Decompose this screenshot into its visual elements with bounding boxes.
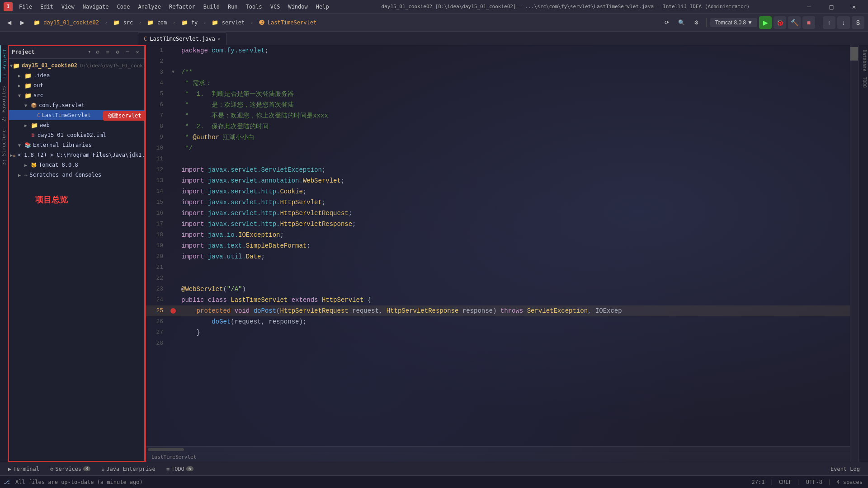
window-controls[interactable]: ─ □ ✕ [798, 0, 864, 14]
back-button[interactable]: ◀ [4, 18, 15, 27]
file-breadcrumb[interactable]: 🅒 LastTimeServlet [255, 18, 321, 27]
left-tool-tabs: 1: Project 2: Favorites 3: Structure [0, 45, 8, 462]
tab-icon: C [144, 36, 147, 42]
web-folder-icon: 📁 [31, 122, 38, 129]
tree-lasttimeservlet[interactable]: ▶ C LastTimeServlet 创建servlet [8, 110, 145, 120]
toolbar-update-btn[interactable]: ⟳ [661, 18, 673, 27]
event-log-btn[interactable]: Event Log [826, 465, 864, 474]
tree-scratches[interactable]: ▶ ✏ Scratches and Consoles [8, 170, 145, 180]
scratches-arrow: ▶ [18, 173, 24, 178]
scrollbar-thumb[interactable] [148, 448, 184, 451]
tree-web[interactable]: ▶ 📁 web [8, 120, 145, 130]
terminal-btn[interactable]: $ [852, 16, 864, 29]
src-breadcrumb[interactable]: 📁 src [109, 18, 137, 27]
app-icon: I [4, 2, 13, 11]
run-config-dropdown[interactable]: Tomcat 8.0.8 ▼ [710, 18, 757, 27]
todo-badge: 6 [186, 466, 193, 471]
stop-button[interactable]: ■ [802, 16, 815, 29]
code-editor[interactable]: 1 package com.fy.servlet; 2 3 ▼ /** [146, 45, 850, 446]
vcs-update-btn[interactable]: ↑ [823, 16, 835, 29]
sort-icon[interactable]: ≡ [104, 48, 112, 56]
annotation-text: 创建servlet [108, 113, 142, 119]
extlib-icon: 📚 [24, 142, 31, 148]
cog-icon[interactable]: ⚙ [94, 48, 102, 56]
menu-code[interactable]: Code [113, 3, 134, 11]
code-line-7: 7 * 不是：欢迎您，你上次登陆的时间是xxxx [146, 110, 850, 121]
todo-tool-btn[interactable]: ≡ TODO 6 [162, 465, 198, 474]
menu-file[interactable]: File [15, 3, 36, 11]
maximize-button[interactable]: □ [821, 0, 842, 14]
servlet-breadcrumb[interactable]: 📁 servlet [208, 18, 248, 27]
tree-iml[interactable]: ▶ 🗎 day15_01_cookie02.iml [8, 130, 145, 140]
code-line-24: 24 public class LastTimeServlet extends … [146, 295, 850, 305]
menu-window[interactable]: Window [284, 3, 311, 11]
run-button[interactable]: ▶ [759, 16, 772, 29]
tree-jdk[interactable]: ▶ ☕ < 1.8 (2) > C:\Program Files\Java\jd… [8, 150, 145, 160]
project-name-breadcrumb[interactable]: 📁 day15_01_cookie02 [30, 18, 103, 27]
fy-breadcrumb[interactable]: 📁 fy [178, 18, 202, 27]
tree-out[interactable]: ▶ 📁 out [8, 80, 145, 90]
java-enterprise-btn[interactable]: ☕ Java Enterprise [97, 465, 160, 474]
iml-icon: 🗎 [31, 132, 36, 138]
menu-tools[interactable]: Tools [242, 3, 266, 11]
left-tab-project[interactable]: 1: Project [0, 45, 8, 82]
java-enterprise-label: Java Enterprise [106, 466, 155, 472]
code-line-13: 13 import javax.servlet.annotation.WebSe… [146, 175, 850, 186]
tree-src[interactable]: ▼ 📁 src [8, 90, 145, 100]
tree-root[interactable]: ▼ 📁 day15_01_cookie02 D:\idea\day15_01_c… [8, 61, 145, 70]
close-panel-icon[interactable]: ✕ [133, 48, 142, 56]
left-tab-favorites[interactable]: 2: Favorites [0, 82, 8, 125]
editor-area[interactable]: 1 package com.fy.servlet; 2 3 ▼ /** [146, 45, 850, 462]
status-message[interactable]: All files are up-to-date (a minute ago) [14, 479, 145, 485]
forward-button[interactable]: ▶ [17, 18, 28, 27]
todo-label: TODO [171, 466, 184, 472]
encoding[interactable]: UTF-8 [804, 479, 824, 485]
menu-bar[interactable]: File Edit View Navigate Code Analyze Ref… [15, 3, 333, 11]
menu-refactor[interactable]: Refactor [165, 3, 199, 11]
code-line-2: 2 [146, 56, 850, 67]
idea-folder-icon: 📁 [24, 72, 32, 79]
menu-vcs[interactable]: VCS [267, 3, 284, 11]
collapse-icon[interactable]: ─ [123, 48, 132, 56]
menu-build[interactable]: Build [200, 3, 223, 11]
terminal-tool-btn[interactable]: ▶ Terminal [4, 465, 44, 474]
tab-close-btn[interactable]: ✕ [218, 36, 221, 41]
toolbar-search-btn[interactable]: 🔍 [675, 18, 689, 27]
cursor-position[interactable]: 27:1 [750, 479, 767, 485]
todo-icon: ≡ [166, 466, 170, 472]
editor-scrollbar[interactable] [850, 45, 858, 462]
menu-analyze[interactable]: Analyze [134, 3, 165, 11]
horizontal-scrollbar[interactable] [146, 446, 850, 452]
code-line-10: 10 */ [146, 143, 850, 154]
tree-package[interactable]: ▼ 📦 com.fy.servlet [8, 100, 145, 110]
menu-edit[interactable]: Edit [37, 3, 57, 11]
right-tab-database[interactable]: Database [859, 47, 868, 74]
minimize-button[interactable]: ─ [798, 0, 819, 14]
close-button[interactable]: ✕ [844, 0, 864, 14]
menu-view[interactable]: View [58, 3, 78, 11]
gear-icon[interactable]: ⚙ [113, 48, 122, 56]
tree-tomcat[interactable]: ▶ 🐱 Tomcat 8.0.8 [8, 160, 145, 170]
services-tool-btn[interactable]: ⚙ Services 8 [46, 465, 95, 474]
vcs-push-btn[interactable]: ↓ [837, 16, 850, 29]
jdk-icon: ☕ [13, 152, 16, 158]
build-button[interactable]: 🔨 [788, 16, 801, 29]
line-ending[interactable]: CRLF [777, 479, 794, 485]
left-tab-structure[interactable]: 3: Structure [0, 126, 8, 169]
web-arrow: ▶ [24, 123, 31, 128]
code-line-22: 22 [146, 273, 850, 284]
event-log-label: Event Log [830, 466, 860, 472]
editor-bottom-filename: LastTimeServlet [151, 454, 196, 460]
tab-lasttimeservlet[interactable]: C LastTimeServlet.java ✕ [138, 32, 226, 45]
menu-navigate[interactable]: Navigate [79, 3, 113, 11]
menu-run[interactable]: Run [224, 3, 241, 11]
menu-help[interactable]: Help [312, 3, 333, 11]
tree-extlib[interactable]: ▼ 📚 External Libraries [8, 140, 145, 150]
toolbar-settings-btn[interactable]: ⚙ [690, 18, 703, 27]
indent-setting[interactable]: 4 spaces [835, 479, 864, 485]
debug-button[interactable]: 🐞 [774, 16, 786, 29]
scrollbar-position[interactable] [850, 47, 858, 61]
tree-idea[interactable]: ▶ 📁 .idea [8, 70, 145, 80]
com-breadcrumb[interactable]: 📁 com [143, 18, 170, 27]
right-tab-todo[interactable]: TODO [859, 74, 868, 90]
